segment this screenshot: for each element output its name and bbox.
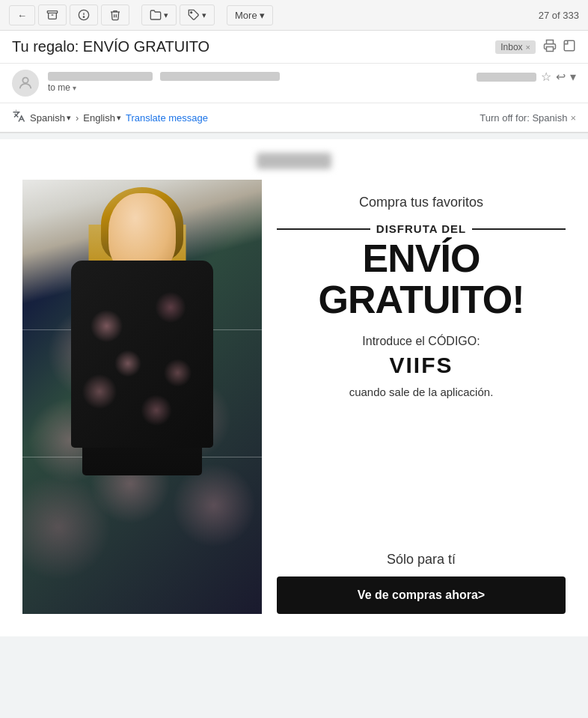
heading-line2: GRATUITO! <box>318 278 524 321</box>
translate-message-link[interactable]: Translate message <box>126 112 208 124</box>
archive-button[interactable] <box>38 4 67 25</box>
source-lang-label: Spanish <box>30 112 65 124</box>
translate-icon <box>12 109 25 126</box>
email-body: Compra tus favoritos DISFRUTA DEL ENVÍO … <box>0 139 588 636</box>
tag-button[interactable]: ▾ <box>180 4 215 25</box>
svg-rect-6 <box>547 46 554 51</box>
svg-point-8 <box>22 78 28 83</box>
solo-para-ti: Sólo para tí <box>277 552 566 568</box>
subject-icons <box>543 39 576 55</box>
turn-off-translation: Turn off for: Spanish × <box>480 112 576 124</box>
target-lang-label: English <box>83 112 115 124</box>
popout-icon[interactable] <box>563 39 576 55</box>
star-icon[interactable]: ☆ <box>541 70 551 84</box>
fashion-image <box>22 180 262 614</box>
translate-direction-arrow: › <box>76 112 79 124</box>
target-lang-arrow: ▾ <box>117 113 121 123</box>
disfruta-line-right <box>472 228 566 230</box>
brand-logo <box>257 153 331 169</box>
inbox-badge: Inbox × <box>495 40 536 54</box>
more-actions-icon[interactable]: ▾ <box>570 70 576 84</box>
print-icon[interactable] <box>543 39 557 55</box>
sender-name-blurred <box>48 72 153 81</box>
toolbar: ← ▾ ▾ More ▾ 27 of 333 <box>0 0 588 31</box>
source-lang-arrow: ▾ <box>67 113 71 123</box>
report-button[interactable] <box>70 4 98 25</box>
cta-button[interactable]: Ve de compras ahora> <box>277 576 566 614</box>
date-blurred <box>477 73 536 82</box>
person-jacket <box>71 261 213 448</box>
svg-rect-0 <box>47 11 57 13</box>
disfruta-line-left <box>277 228 370 230</box>
promo-code: VIIFS <box>277 353 566 378</box>
email-content: Compra tus favoritos DISFRUTA DEL ENVÍO … <box>0 180 588 636</box>
code-desc: cuando sale de la aplicación. <box>277 386 566 398</box>
inbox-label: Inbox <box>500 42 522 52</box>
to-me-label: to me ▾ <box>48 82 468 93</box>
subject-bar: Tu regalo: ENVÍO GRATUITO Inbox × <box>0 31 588 64</box>
code-intro: Introduce el CÓDIGO: <box>277 335 566 348</box>
source-language[interactable]: Spanish ▾ <box>30 112 71 124</box>
fashion-image-area <box>22 180 262 614</box>
svg-point-4 <box>83 16 84 17</box>
turn-off-close-button[interactable]: × <box>570 112 576 124</box>
subject-text: Tu regalo: ENVÍO GRATUITO <box>12 38 488 55</box>
svg-rect-7 <box>564 40 575 51</box>
sender-row: to me ▾ ☆ ↩ ▾ <box>0 64 588 103</box>
translate-bar: Spanish ▾ › English ▾ Translate message … <box>0 103 588 133</box>
main-heading: ENVÍO GRATUITO! <box>277 238 566 320</box>
folder-button[interactable]: ▾ <box>141 4 177 25</box>
disfruta-text: DISFRUTA DEL <box>376 222 466 235</box>
delete-button[interactable] <box>101 4 129 25</box>
sender-actions: ☆ ↩ ▾ <box>477 70 576 84</box>
promo-text-area: Compra tus favoritos DISFRUTA DEL ENVÍO … <box>277 180 566 614</box>
tagline: Compra tus favoritos <box>277 195 566 210</box>
logo-area <box>0 139 588 180</box>
disfruta-row: DISFRUTA DEL <box>277 222 566 235</box>
heading-line1: ENVÍO <box>363 237 480 280</box>
counter: 27 of 333 <box>539 10 579 21</box>
more-button[interactable]: More ▾ <box>227 5 273 25</box>
inbox-remove-button[interactable]: × <box>526 43 530 52</box>
turn-off-label: Turn off for: Spanish <box>480 112 567 124</box>
sender-email-blurred <box>160 72 280 81</box>
to-me-dropdown[interactable]: ▾ <box>73 84 76 92</box>
back-button[interactable]: ← <box>9 5 35 25</box>
svg-point-5 <box>191 12 192 13</box>
email-header: Tu regalo: ENVÍO GRATUITO Inbox × <box>0 31 588 133</box>
reply-icon[interactable]: ↩ <box>556 70 566 84</box>
to-me-text: to me <box>48 82 70 93</box>
sender-name <box>48 70 468 81</box>
target-language[interactable]: English ▾ <box>83 112 121 124</box>
sender-info: to me ▾ <box>48 70 468 93</box>
sender-avatar <box>12 70 39 97</box>
